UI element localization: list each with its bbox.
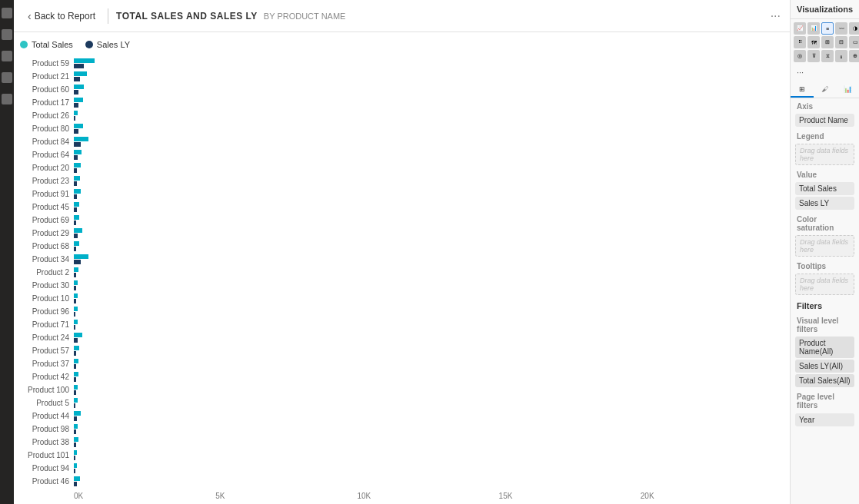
sales-ly-bar[interactable] xyxy=(74,181,77,186)
sales-ly-bar[interactable] xyxy=(74,403,75,408)
viz-icon-ribbon[interactable]: ⧖ xyxy=(821,50,834,62)
sales-ly-bar[interactable] xyxy=(74,482,77,486)
sales-ly-bar[interactable] xyxy=(74,469,75,473)
filter-icon[interactable] xyxy=(2,72,12,83)
total-sales-bar[interactable] xyxy=(74,398,78,403)
sales-ly-bar[interactable] xyxy=(74,273,76,277)
viz-icon-table[interactable]: ⊞ xyxy=(821,36,834,48)
bar-row: Product 98 xyxy=(20,423,782,435)
home-icon[interactable] xyxy=(2,8,12,18)
page-filter-year[interactable]: Year xyxy=(795,413,854,426)
sales-ly-bar[interactable] xyxy=(74,90,78,94)
total-sales-bar[interactable] xyxy=(74,111,78,115)
sales-ly-bar[interactable] xyxy=(74,207,77,212)
sales-ly-bar[interactable] xyxy=(74,77,80,81)
sales-ly-bar[interactable] xyxy=(74,299,76,303)
total-sales-bar[interactable] xyxy=(74,189,81,194)
report-icon[interactable] xyxy=(2,51,12,61)
viz-icon-line[interactable]: 〰 xyxy=(835,22,847,35)
total-sales-bar[interactable] xyxy=(74,98,83,102)
back-button[interactable]: ‹ Back to Report xyxy=(23,8,100,24)
sales-ly-bar[interactable] xyxy=(74,142,81,147)
total-sales-bar[interactable] xyxy=(74,58,95,63)
total-sales-bar[interactable] xyxy=(74,202,79,207)
filter-product-name[interactable]: Product Name(All) xyxy=(795,337,854,358)
viz-more[interactable]: ··· xyxy=(791,65,859,79)
settings-icon[interactable] xyxy=(2,94,12,104)
viz-icon-pie[interactable]: ◑ xyxy=(849,22,859,35)
total-sales-bar[interactable] xyxy=(74,215,79,220)
tab-analytics[interactable]: 📊 xyxy=(836,82,859,98)
sales-ly-bar[interactable] xyxy=(74,429,76,434)
tab-fields[interactable]: ⊞ xyxy=(791,82,814,98)
tab-format[interactable]: 🖌 xyxy=(814,82,837,98)
total-sales-bar[interactable] xyxy=(74,346,79,350)
sales-ly-bar[interactable] xyxy=(74,364,76,369)
total-sales-bar[interactable] xyxy=(74,85,84,89)
viz-icon-decomp[interactable]: ⊕ xyxy=(849,50,859,62)
sales-ly-bar[interactable] xyxy=(74,220,76,225)
total-sales-bar[interactable] xyxy=(74,71,87,76)
sales-ly-bar[interactable] xyxy=(74,168,77,173)
sales-ly-bar[interactable] xyxy=(74,260,81,264)
sales-ly-bar[interactable] xyxy=(74,194,77,199)
sales-ly-bar[interactable] xyxy=(74,390,76,395)
total-sales-bar[interactable] xyxy=(74,476,80,481)
sales-ly-bar[interactable] xyxy=(74,377,76,382)
total-sales-bar[interactable] xyxy=(74,333,82,337)
sales-ly-bar[interactable] xyxy=(74,234,78,238)
total-sales-bar[interactable] xyxy=(74,163,81,167)
axis-field[interactable]: Product Name xyxy=(795,114,854,127)
total-sales-bar[interactable] xyxy=(74,320,78,324)
total-sales-bar[interactable] xyxy=(74,437,78,442)
total-sales-bar[interactable] xyxy=(74,424,78,429)
total-sales-bar[interactable] xyxy=(74,463,77,468)
viz-icon-gauge[interactable]: ◎ xyxy=(794,50,806,62)
viz-icon-card[interactable]: ▭ xyxy=(849,36,859,48)
total-sales-bar[interactable] xyxy=(74,293,78,298)
sales-ly-bar[interactable] xyxy=(74,247,76,251)
sales-ly-bar[interactable] xyxy=(74,286,76,290)
total-sales-bar[interactable] xyxy=(74,124,83,128)
total-sales-bar[interactable] xyxy=(74,372,78,376)
viz-icon-waterfall[interactable]: ⩲ xyxy=(835,50,847,62)
total-sales-bar[interactable] xyxy=(74,228,82,233)
sales-ly-bar[interactable] xyxy=(74,416,77,421)
total-sales-bar[interactable] xyxy=(74,176,80,181)
sales-ly-bar[interactable] xyxy=(74,116,75,121)
sales-ly-bar[interactable] xyxy=(74,325,75,330)
sales-ly-bar[interactable] xyxy=(74,312,75,317)
total-sales-bar[interactable] xyxy=(74,307,78,311)
sales-ly-bar[interactable] xyxy=(74,351,76,356)
sales-ly-bar[interactable] xyxy=(74,129,78,134)
sales-ly-bar[interactable] xyxy=(74,155,78,160)
total-sales-bar[interactable] xyxy=(74,280,78,285)
filter-total-sales[interactable]: Total Sales(All) xyxy=(795,374,854,387)
filter-sales-ly[interactable]: Sales LY(All) xyxy=(795,360,854,373)
viz-icon-bar[interactable]: 📊 xyxy=(807,22,820,35)
value-field-sales-ly[interactable]: Sales LY xyxy=(795,197,854,210)
search-icon[interactable] xyxy=(2,29,12,40)
sales-ly-bar[interactable] xyxy=(74,64,84,68)
total-sales-bar[interactable] xyxy=(74,385,78,390)
total-sales-bar[interactable] xyxy=(74,254,88,259)
sales-ly-bar[interactable] xyxy=(74,443,76,447)
viz-icon-map[interactable]: 🗺 xyxy=(807,36,820,48)
more-options-icon[interactable]: ··· xyxy=(771,9,781,23)
total-sales-bar[interactable] xyxy=(74,411,81,416)
viz-icon-hbar[interactable]: ≡ xyxy=(821,22,834,35)
viz-icon-scatter[interactable]: ⠿ xyxy=(794,36,806,48)
viz-icon-area[interactable]: 📈 xyxy=(794,22,806,35)
total-sales-bar[interactable] xyxy=(74,137,88,141)
total-sales-bar[interactable] xyxy=(74,150,82,154)
total-sales-bar[interactable] xyxy=(74,267,78,272)
sales-ly-bar[interactable] xyxy=(74,456,75,460)
value-field-total-sales[interactable]: Total Sales xyxy=(795,182,854,195)
viz-icon-matrix[interactable]: ⊟ xyxy=(835,36,847,48)
sales-ly-bar[interactable] xyxy=(74,338,78,343)
total-sales-bar[interactable] xyxy=(74,359,78,363)
total-sales-bar[interactable] xyxy=(74,450,77,455)
total-sales-bar[interactable] xyxy=(74,241,79,246)
sales-ly-bar[interactable] xyxy=(74,103,78,108)
viz-icon-funnel[interactable]: ⊽ xyxy=(807,50,820,62)
